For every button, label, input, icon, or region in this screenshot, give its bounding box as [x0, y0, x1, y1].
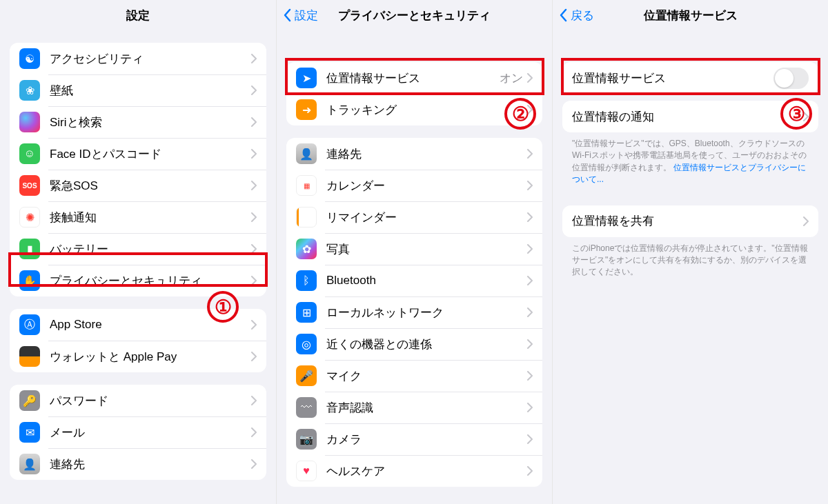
chevron-right-icon [527, 403, 533, 412]
row-reminders[interactable]: ≡ リマインダー [286, 201, 542, 233]
chevron-right-icon [251, 276, 257, 285]
location-group-3: 位置情報を共有 [562, 205, 818, 237]
row-label: 緊急SOS [50, 178, 251, 194]
photos-icon: ✿ [296, 239, 317, 259]
navbar: 戻る 位置情報サービス [553, 0, 828, 30]
row-label: 近くの機器との連係 [326, 336, 527, 352]
row-label: 写真 [326, 241, 527, 257]
row-label: バッテリー [50, 241, 251, 257]
row-camera[interactable]: 📷 カメラ [286, 423, 542, 455]
row-speech[interactable]: 〰 音声認識 [286, 392, 542, 423]
mail-icon: ✉ [19, 422, 40, 443]
settings-group-1: ☯ アクセシビリティ ❀ 壁紙 Siriと検索 ☺ Face IDとパスコード … [10, 43, 266, 296]
row-mic[interactable]: 🎤 マイク [286, 360, 542, 392]
row-label: 連絡先 [326, 146, 527, 162]
row-tracking[interactable]: ➜ トラッキング [286, 94, 542, 125]
row-health[interactable]: ♥ ヘルスケア [286, 455, 542, 487]
row-bluetooth[interactable]: ᛒ Bluetooth [286, 265, 542, 296]
row-label: 連絡先 [50, 456, 251, 472]
speech-icon: 〰 [296, 397, 317, 418]
row-label: 位置情報の通知 [572, 109, 803, 125]
navbar: 設定 プライバシーとセキュリティ [277, 0, 552, 30]
row-contacts[interactable]: 👤 連絡先 [10, 448, 266, 480]
row-label: Siriと検索 [50, 114, 251, 130]
chevron-right-icon [527, 434, 533, 444]
row-location-services[interactable]: ➤ 位置情報サービス オン [286, 62, 542, 94]
row-value: オン [500, 70, 523, 86]
row-label: ヘルスケア [326, 463, 527, 479]
row-location-toggle[interactable]: 位置情報サービス [562, 62, 818, 94]
chevron-right-icon [803, 216, 809, 226]
footnote-1: "位置情報サービス"では、GPS、Bluetooth、クラウドソースのWi-Fi… [553, 132, 828, 186]
chevron-right-icon [251, 352, 257, 361]
row-faceid[interactable]: ☺ Face IDとパスコード [10, 138, 266, 170]
row-label: カレンダー [326, 178, 527, 194]
row-wallpaper[interactable]: ❀ 壁紙 [10, 74, 266, 106]
chevron-right-icon [527, 181, 533, 190]
row-passwords[interactable]: 🔑 パスワード [10, 385, 266, 416]
calendar-icon: ▦ [296, 175, 317, 196]
row-siri[interactable]: Siriと検索 [10, 106, 266, 138]
chevron-right-icon [251, 320, 257, 330]
navbar: 設定 [0, 0, 276, 30]
row-label: 位置情報サービス [572, 70, 773, 86]
row-localnet[interactable]: ⊞ ローカルネットワーク [286, 296, 542, 328]
passwords-icon: 🔑 [19, 390, 40, 411]
row-battery[interactable]: ▮ バッテリー [10, 233, 266, 265]
chevron-right-icon [527, 371, 533, 381]
nearby-icon: ◎ [296, 334, 317, 354]
row-photos[interactable]: ✿ 写真 [286, 233, 542, 265]
row-sos[interactable]: SOS 緊急SOS [10, 170, 266, 201]
row-nearby[interactable]: ◎ 近くの機器との連係 [286, 328, 542, 360]
chevron-right-icon [251, 85, 257, 95]
row-label: メール [50, 425, 251, 441]
contacts-icon: 👤 [296, 143, 317, 164]
row-label: 位置情報サービス [326, 70, 500, 86]
chevron-right-icon [527, 466, 533, 476]
row-label: マイク [326, 368, 527, 384]
row-contacts[interactable]: 👤 連絡先 [286, 138, 542, 170]
chevron-right-icon [527, 244, 533, 254]
row-share-location[interactable]: 位置情報を共有 [562, 205, 818, 237]
row-location-notify[interactable]: 位置情報の通知 [562, 101, 818, 132]
wallet-icon [19, 346, 40, 367]
row-label: 接触通知 [50, 210, 251, 225]
row-label: トラッキング [326, 102, 527, 118]
row-accessibility[interactable]: ☯ アクセシビリティ [10, 43, 266, 74]
accessibility-icon: ☯ [19, 48, 40, 69]
settings-screen-2: 設定 プライバシーとセキュリティ ➤ 位置情報サービス オン ➜ トラッキング … [276, 0, 552, 504]
row-calendar[interactable]: ▦ カレンダー [286, 170, 542, 201]
footnote-2: このiPhoneでは位置情報の共有が停止されています。"位置情報サービス"をオン… [553, 237, 828, 279]
location-group-1: 位置情報サービス [562, 62, 818, 94]
row-exposure[interactable]: ✺ 接触通知 [10, 201, 266, 233]
bluetooth-icon: ᛒ [296, 270, 317, 291]
chevron-right-icon [251, 396, 257, 405]
row-label: 音声認識 [326, 400, 527, 416]
battery-icon: ▮ [19, 239, 40, 259]
contacts-icon: 👤 [19, 454, 40, 474]
chevron-right-icon [251, 427, 257, 437]
tracking-icon: ➜ [296, 99, 317, 120]
row-label: Bluetooth [326, 274, 527, 288]
back-label: 設定 [295, 8, 318, 23]
row-label: 壁紙 [50, 83, 251, 99]
chevron-right-icon [527, 339, 533, 349]
row-mail[interactable]: ✉ メール [10, 416, 266, 448]
location-group-2: 位置情報の通知 [562, 101, 818, 132]
settings-screen-3: 戻る 位置情報サービス 位置情報サービス 位置情報の通知 "位置情報サービス"で… [552, 0, 828, 504]
step-badge-3: ③ [780, 98, 812, 130]
exposure-icon: ✺ [19, 207, 40, 228]
health-icon: ♥ [296, 461, 317, 481]
page-title: プライバシーとセキュリティ [338, 8, 491, 23]
back-button[interactable]: 戻る [560, 8, 594, 23]
back-button[interactable]: 設定 [284, 8, 318, 23]
chevron-right-icon [527, 212, 533, 222]
row-label: アクセシビリティ [50, 51, 251, 67]
page-title: 設定 [126, 8, 150, 23]
location-toggle[interactable] [773, 68, 809, 89]
chevron-right-icon [251, 212, 257, 222]
page-title: 位置情報サービス [644, 8, 738, 23]
privacy-group-2: 👤 連絡先 ▦ カレンダー ≡ リマインダー ✿ 写真 ᛒ Bluetooth … [286, 138, 542, 487]
row-label: パスワード [50, 393, 251, 409]
row-wallet[interactable]: ウォレットと Apple Pay [10, 341, 266, 372]
